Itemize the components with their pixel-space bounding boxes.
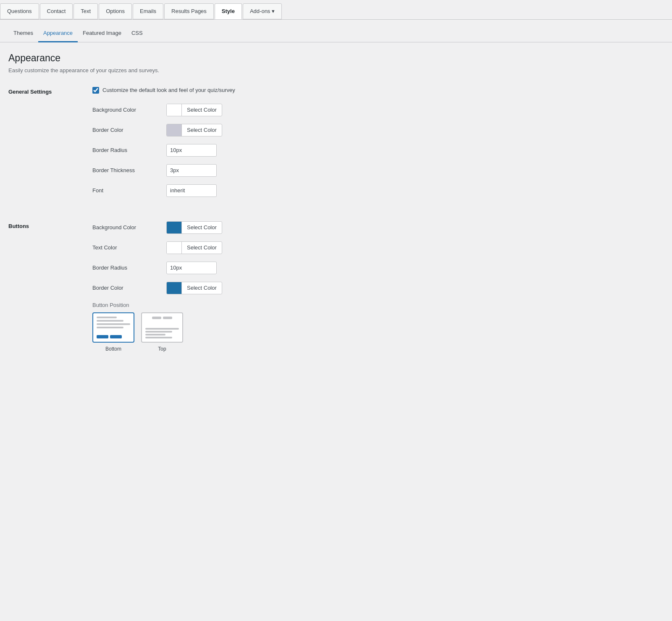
top-nav-tab-results-pages[interactable]: Results Pages: [164, 3, 214, 19]
buttons-text-color-select-label: Select Color: [182, 241, 222, 254]
top-nav: QuestionsContactTextOptionsEmailsResults…: [0, 0, 672, 20]
top-nav-tab-emails[interactable]: Emails: [133, 3, 163, 19]
border-thickness-row: Border Thickness: [92, 164, 664, 177]
background-color-select-label: Select Color: [182, 104, 222, 116]
buttons-border-radius-label: Border Radius: [92, 265, 160, 271]
top-card-line-2: [145, 331, 172, 333]
top-btn-2: [163, 317, 172, 319]
top-card-lines: [145, 326, 179, 338]
sub-nav: ThemesAppearanceFeatured ImageCSS: [0, 20, 672, 42]
border-color-select-label: Select Color: [182, 124, 222, 136]
buttons-text-color-row: Text Color Select Color: [92, 241, 664, 254]
border-radius-row: Border Radius: [92, 144, 664, 157]
sub-nav-item-themes[interactable]: Themes: [8, 26, 38, 42]
customize-checkbox-label: Customize the default look and feel of y…: [102, 87, 235, 93]
border-color-picker[interactable]: Select Color: [166, 124, 222, 136]
sub-nav-item-appearance[interactable]: Appearance: [38, 26, 78, 42]
buttons-border-color-select-label: Select Color: [182, 282, 222, 294]
buttons-bg-color-row: Background Color Select Color: [92, 221, 664, 234]
background-color-label: Background Color: [92, 107, 160, 113]
bottom-card-line-4: [97, 327, 123, 328]
background-color-swatch: [167, 104, 182, 116]
top-card-line-4: [145, 337, 172, 338]
border-radius-input[interactable]: [166, 144, 217, 157]
top-card-line-3: [145, 334, 165, 335]
buttons-border-color-label: Border Color: [92, 285, 160, 291]
buttons-text-color-label: Text Color: [92, 244, 160, 251]
buttons-text-color-swatch: [167, 241, 182, 254]
top-card-buttons: [145, 317, 179, 319]
top-card-line-1: [145, 328, 179, 330]
position-option-bottom[interactable]: Bottom: [92, 312, 134, 352]
font-input[interactable]: [166, 184, 217, 197]
top-btn-1: [152, 317, 161, 319]
sub-nav-item-featured-image[interactable]: Featured Image: [78, 26, 126, 42]
buttons-bg-color-swatch: [167, 221, 182, 234]
buttons-bg-color-picker[interactable]: Select Color: [166, 221, 222, 234]
general-settings-content: Customize the default look and feel of y…: [92, 87, 664, 204]
general-settings-section: General Settings Customize the default l…: [8, 87, 664, 204]
buttons-text-color-picker[interactable]: Select Color: [166, 241, 222, 254]
bottom-card-line-1: [97, 317, 117, 318]
border-color-row: Border Color Select Color: [92, 124, 664, 136]
bottom-btn-1: [97, 335, 108, 338]
buttons-section: Buttons Background Color Select Color Te…: [8, 221, 664, 352]
background-color-picker[interactable]: Select Color: [166, 104, 222, 116]
page-container: ThemesAppearanceFeatured ImageCSS Appear…: [0, 20, 672, 379]
bottom-position-name: Bottom: [105, 346, 121, 352]
position-card-top: [141, 312, 183, 343]
border-color-swatch: [167, 124, 182, 136]
background-color-row: Background Color Select Color: [92, 104, 664, 116]
top-nav-tab-add-ons[interactable]: Add-ons ▾: [243, 3, 282, 19]
top-nav-tab-options[interactable]: Options: [99, 3, 132, 19]
font-row: Font: [92, 184, 664, 197]
page-subtitle: Easily customize the appearance of your …: [8, 67, 664, 73]
top-nav-tab-questions[interactable]: Questions: [0, 3, 39, 19]
buttons-content: Background Color Select Color Text Color…: [92, 221, 664, 352]
general-settings-title: General Settings: [8, 87, 76, 95]
top-nav-tab-text[interactable]: Text: [74, 3, 98, 19]
sub-nav-item-css[interactable]: CSS: [126, 26, 148, 42]
buttons-border-radius-input[interactable]: [166, 262, 217, 274]
position-options: Bottom: [92, 312, 664, 352]
buttons-border-color-swatch: [167, 282, 182, 294]
bottom-card-lines: [97, 317, 130, 328]
border-color-label: Border Color: [92, 127, 160, 133]
bottom-card-line-3: [97, 323, 130, 325]
top-nav-tab-contact[interactable]: Contact: [40, 3, 73, 19]
customize-checkbox-row: Customize the default look and feel of y…: [92, 87, 664, 94]
bottom-card-buttons: [97, 335, 130, 338]
buttons-title: Buttons: [8, 221, 76, 229]
bottom-btn-2: [110, 335, 122, 338]
buttons-border-radius-row: Border Radius: [92, 262, 664, 274]
main-content: Appearance Easily customize the appearan…: [0, 42, 672, 379]
top-position-name: Top: [158, 346, 166, 352]
buttons-border-color-row: Border Color Select Color: [92, 282, 664, 294]
font-label: Font: [92, 187, 160, 194]
border-thickness-input[interactable]: [166, 164, 217, 177]
border-radius-label: Border Radius: [92, 147, 160, 153]
button-position-label: Button Position: [92, 302, 664, 308]
position-option-top[interactable]: Top: [141, 312, 183, 352]
bottom-card-line-2: [97, 320, 123, 322]
button-position-section: Button Position: [92, 302, 664, 352]
buttons-border-color-picker[interactable]: Select Color: [166, 282, 222, 294]
border-thickness-label: Border Thickness: [92, 167, 160, 173]
buttons-bg-color-label: Background Color: [92, 224, 160, 231]
buttons-bg-color-select-label: Select Color: [182, 221, 222, 234]
page-title: Appearance: [8, 52, 664, 64]
position-card-bottom: [92, 312, 134, 343]
customize-checkbox[interactable]: [92, 87, 99, 94]
top-nav-tab-style[interactable]: Style: [215, 3, 242, 19]
app-wrapper: QuestionsContactTextOptionsEmailsResults…: [0, 0, 672, 379]
